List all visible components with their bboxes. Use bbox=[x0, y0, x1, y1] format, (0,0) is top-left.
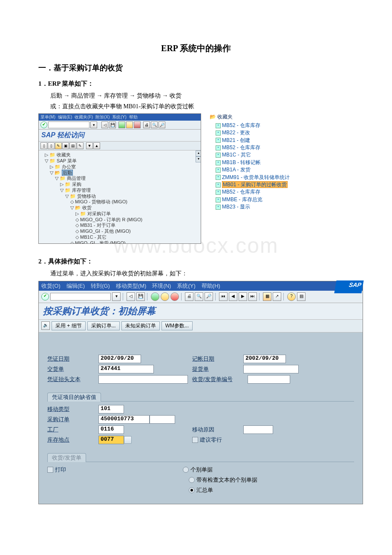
dropdown-icon[interactable]: ▾ bbox=[90, 121, 97, 128]
tool-icon[interactable]: ▯ bbox=[48, 142, 55, 149]
favorite-item[interactable]: *MB21 - 创建 bbox=[210, 137, 308, 144]
tree-node[interactable]: ◇ MIGO_GI - 其他 (MIGO) bbox=[40, 228, 200, 234]
slip-radio-collective[interactable] bbox=[189, 487, 195, 493]
shortcut-icon[interactable]: ↗ bbox=[273, 292, 281, 301]
tool-icon[interactable]: ▤ bbox=[69, 142, 76, 149]
favorite-item[interactable]: *MB1C - 其它 bbox=[210, 151, 308, 159]
slip-radio-individual[interactable] bbox=[183, 467, 189, 473]
print-icon[interactable]: 🖨 bbox=[143, 121, 150, 128]
ok-icon[interactable]: ✔ bbox=[40, 121, 47, 128]
slip-no-input[interactable] bbox=[248, 375, 290, 384]
mvt-type-input[interactable]: 101 bbox=[98, 405, 124, 413]
back-icon[interactable]: ◁ bbox=[101, 121, 108, 128]
wm-param-button[interactable]: WM参数... bbox=[161, 321, 193, 330]
tree-node[interactable]: ▽ 📁 SAP 菜单 bbox=[40, 158, 200, 164]
prev-page-icon[interactable]: ◀ bbox=[229, 292, 237, 301]
tree-node[interactable]: ◇ MIGO - 货物移动 (MIGO) bbox=[40, 199, 200, 205]
nav-tree[interactable]: ▴ ▾ ▷ 📁 收藏夹▽ 📁 SAP 菜单▷ 📁 办公室▽ 📂 后勤▽ 📁 商品… bbox=[39, 150, 201, 243]
favorite-item[interactable]: *MB52 - 仓库库存 bbox=[210, 188, 308, 196]
scrollbar[interactable]: ▴ ▾ bbox=[196, 150, 201, 162]
suggest-zero-checkbox[interactable] bbox=[192, 437, 198, 443]
expand-icon[interactable]: ▲ bbox=[93, 142, 100, 149]
scroll-up-icon[interactable]: ▴ bbox=[196, 150, 201, 156]
tree-node[interactable]: ▷ 📁 办公室 bbox=[40, 164, 200, 170]
favorite-item[interactable]: *MMBE - 库存总览 bbox=[210, 196, 308, 203]
find-icon[interactable]: 🔍 bbox=[151, 121, 158, 128]
speaker-icon[interactable]: 🔉 bbox=[41, 321, 50, 330]
po-item-input[interactable] bbox=[150, 415, 175, 424]
find-icon[interactable]: 🔍 bbox=[195, 292, 203, 301]
header-text-input[interactable] bbox=[98, 375, 188, 384]
slip-radio-inspect[interactable] bbox=[189, 477, 195, 483]
tree-node[interactable]: ◇ MIGO_GO - 订单的 R (MIGO) bbox=[40, 217, 200, 223]
enter-icon[interactable] bbox=[151, 292, 159, 301]
tree-node[interactable]: ▷ 📁 收藏夹 bbox=[40, 152, 200, 158]
purchase-order-button[interactable]: 采购订单... bbox=[87, 321, 120, 330]
tool-icon[interactable]: ✎ bbox=[77, 142, 84, 149]
delivery-input[interactable]: 247441 bbox=[98, 365, 154, 373]
last-page-icon[interactable]: ⏭ bbox=[248, 292, 257, 301]
bill-input[interactable] bbox=[243, 365, 299, 373]
first-page-icon[interactable]: ⏮ bbox=[219, 292, 228, 301]
favorite-item[interactable]: *MB22 - 更改 bbox=[210, 129, 308, 136]
reason-input[interactable] bbox=[243, 425, 273, 434]
unknown-po-button[interactable]: 未知采购订单 bbox=[121, 321, 160, 330]
tree-node[interactable]: ▷ 📁 对采购订单 bbox=[40, 211, 200, 217]
tree-node[interactable]: ▽ 📂 收货 bbox=[40, 205, 200, 211]
sloc-input[interactable]: 0077 bbox=[98, 436, 124, 444]
tree-node[interactable]: ▽ 📁 库存管理 bbox=[40, 188, 200, 194]
print-checkbox[interactable] bbox=[47, 467, 53, 473]
tree-node[interactable]: ▽ 📁 货物移动 bbox=[40, 194, 200, 199]
favorite-item[interactable]: *MB23 - 显示 bbox=[210, 203, 308, 211]
layout-icon[interactable]: ▦ bbox=[263, 292, 271, 301]
adopt-detail-button[interactable]: 采用 + 细节 bbox=[52, 321, 86, 330]
back-icon[interactable]: ◁ bbox=[127, 292, 135, 301]
collapse-icon[interactable]: ▼ bbox=[86, 142, 93, 149]
scroll-down-icon[interactable]: ▾ bbox=[196, 156, 201, 162]
favorite-item[interactable]: *ZMM91 - 收货单及转储单统计 bbox=[210, 174, 308, 181]
save-icon[interactable]: 💾 bbox=[136, 292, 145, 301]
doc-title: ERP 系统中的操作 bbox=[38, 43, 354, 54]
menu-bar[interactable]: 收货(O) 编辑(E) 转到(G) 移动类型(M) 环境(N) 系统(Y) 帮助… bbox=[39, 281, 363, 291]
value-help-icon[interactable] bbox=[124, 436, 132, 444]
tree-node[interactable]: ◇ MB31 - 对于订单 bbox=[40, 223, 200, 228]
print-label: 打印 bbox=[55, 466, 183, 474]
favorite-item[interactable]: *MB1A - 发货 bbox=[210, 166, 308, 173]
find-next-icon[interactable]: 🔎 bbox=[205, 292, 213, 301]
cancel-icon[interactable] bbox=[170, 292, 179, 301]
enter-icon[interactable] bbox=[118, 121, 125, 128]
help-icon[interactable]: ? bbox=[287, 292, 296, 301]
tree-node[interactable]: ▽ 📁 商品管理 bbox=[40, 176, 200, 182]
po-input[interactable]: 4500010773 bbox=[98, 415, 150, 424]
find-next-icon[interactable]: 🔎 bbox=[159, 121, 165, 128]
command-field[interactable] bbox=[48, 121, 89, 128]
post-date-input[interactable]: 2002/09/20 bbox=[243, 355, 286, 363]
save-icon[interactable]: 💾 bbox=[109, 121, 116, 128]
doc-date-input[interactable]: 2002/09/20 bbox=[98, 355, 141, 363]
tool-icon[interactable]: ▯ bbox=[40, 142, 47, 149]
favorite-item[interactable]: *MB52 - 仓库库存 bbox=[210, 122, 308, 129]
favorite-icon: * bbox=[216, 138, 221, 143]
plant-input[interactable]: 0116 bbox=[98, 425, 124, 434]
ok-icon[interactable]: ✔ bbox=[41, 293, 49, 301]
tree-node[interactable]: ▽ 📂 后勤 bbox=[40, 170, 200, 176]
favorite-item[interactable]: *MB1B - 转移记帐 bbox=[210, 159, 308, 166]
tree-node[interactable]: ◇ MB1C - 其它 bbox=[40, 234, 200, 240]
next-page-icon[interactable]: ▶ bbox=[239, 292, 247, 301]
cancel-icon[interactable] bbox=[134, 121, 141, 128]
print-icon[interactable]: 🖨 bbox=[185, 292, 193, 301]
tool-icon[interactable]: ✎ bbox=[55, 142, 62, 149]
local-layout-icon[interactable]: ▤ bbox=[297, 292, 306, 301]
favorite-item[interactable]: *MB01 - 采购订单的过帐收货 bbox=[210, 181, 308, 188]
tree-node[interactable]: ▷ 📁 采购 bbox=[40, 182, 200, 188]
exit-icon[interactable] bbox=[126, 121, 133, 128]
favorite-item[interactable]: *MB52 - 仓库库存 bbox=[210, 144, 308, 151]
exit-icon[interactable] bbox=[161, 292, 169, 301]
app-toolbar[interactable]: ▯ ▯ ✎ ▣ ▤ ✎ ▼ ▲ bbox=[39, 142, 201, 150]
tree-node[interactable]: ◇ MIGO_GI - 发货 (MIGO) bbox=[40, 240, 200, 244]
tool-icon[interactable]: ▣ bbox=[62, 142, 69, 149]
menu-bar[interactable]: 菜单(M) 编辑(E) 收藏夹(F) 附加(X) 系统(Y) 帮助 bbox=[39, 114, 201, 121]
command-field[interactable] bbox=[50, 293, 111, 301]
bill-label: 提货单 bbox=[192, 365, 243, 373]
dropdown-icon[interactable]: ▾ bbox=[112, 292, 121, 301]
